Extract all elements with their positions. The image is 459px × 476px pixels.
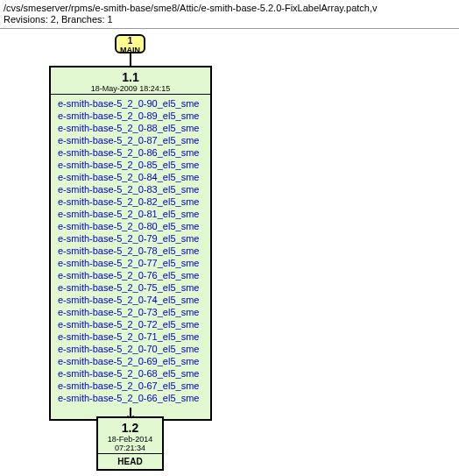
tag-label: e-smith-base-5_2_0-89_el5_sme <box>58 110 203 122</box>
tag-label: e-smith-base-5_2_0-88_el5_sme <box>58 122 203 134</box>
revision-graph: 1 MAIN 1.1 18-May-2009 18:24:15 e-smith-… <box>0 29 459 472</box>
tag-label: e-smith-base-5_2_0-76_el5_sme <box>58 269 203 281</box>
file-path: /cvs/smeserver/rpms/e-smith-base/sme8/At… <box>4 3 455 13</box>
branch-number: 1 <box>117 37 144 46</box>
tag-label: e-smith-base-5_2_0-66_el5_sme <box>58 392 203 404</box>
tag-label: e-smith-base-5_2_0-67_el5_sme <box>58 380 203 392</box>
tag-label: e-smith-base-5_2_0-74_el5_sme <box>58 294 203 306</box>
tag-label: e-smith-base-5_2_0-90_el5_sme <box>58 97 203 110</box>
revision-summary: Revisions: 2, Branches: 1 <box>4 14 455 25</box>
revision-node-1-2[interactable]: 1.2 18-Feb-2014 07:21:34 HEAD <box>96 416 164 471</box>
tag-label: e-smith-base-5_2_0-72_el5_sme <box>58 318 203 330</box>
head-label: HEAD <box>117 457 142 466</box>
tag-label: e-smith-base-5_2_0-78_el5_sme <box>58 245 203 257</box>
tag-label: e-smith-base-5_2_0-68_el5_sme <box>58 367 203 380</box>
revision-date: 18-Feb-2014 07:21:34 <box>98 435 162 453</box>
tag-label: e-smith-base-5_2_0-86_el5_sme <box>58 146 203 159</box>
tag-label: e-smith-base-5_2_0-80_el5_sme <box>58 220 203 232</box>
tag-label: e-smith-base-5_2_0-83_el5_sme <box>58 183 203 195</box>
tag-label: e-smith-base-5_2_0-82_el5_sme <box>58 195 203 208</box>
tag-label: e-smith-base-5_2_0-81_el5_sme <box>58 208 203 220</box>
revision-date: 18-May-2009 18:24:15 <box>51 84 210 94</box>
tag-list: e-smith-base-5_2_0-90_el5_smee-smith-bas… <box>51 95 210 408</box>
tag-label: e-smith-base-5_2_0-79_el5_sme <box>58 232 203 245</box>
tag-label: e-smith-base-5_2_0-73_el5_sme <box>58 306 203 318</box>
tag-label: e-smith-base-5_2_0-70_el5_sme <box>58 343 203 355</box>
tag-label: e-smith-base-5_2_0-77_el5_sme <box>58 257 203 269</box>
branch-node-main[interactable]: 1 MAIN <box>115 34 145 53</box>
tag-label: e-smith-base-5_2_0-85_el5_sme <box>58 159 203 171</box>
tag-label: e-smith-base-5_2_0-69_el5_sme <box>58 355 203 367</box>
tag-label: e-smith-base-5_2_0-75_el5_sme <box>58 281 203 294</box>
tag-label: e-smith-base-5_2_0-84_el5_sme <box>58 171 203 183</box>
revision-number: 1.2 <box>98 418 162 435</box>
revision-number: 1.1 <box>51 67 210 84</box>
tag-label: e-smith-base-5_2_0-87_el5_sme <box>58 134 203 146</box>
connector <box>130 53 131 66</box>
header: /cvs/smeserver/rpms/e-smith-base/sme8/At… <box>0 0 459 25</box>
revision-node-1-1[interactable]: 1.1 18-May-2009 18:24:15 e-smith-base-5_… <box>49 66 212 421</box>
tag-label: e-smith-base-5_2_0-71_el5_sme <box>58 330 203 343</box>
